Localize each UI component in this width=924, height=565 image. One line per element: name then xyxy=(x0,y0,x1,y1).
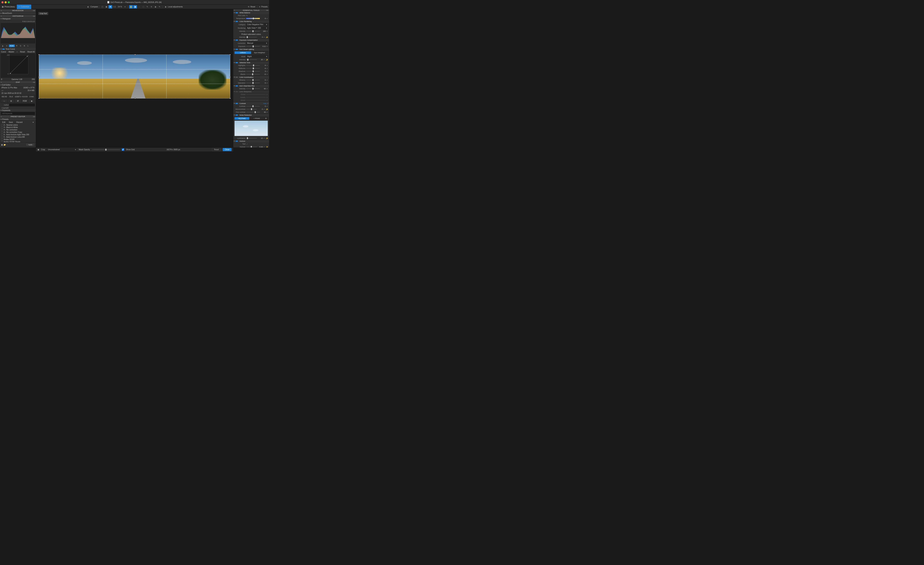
horizon-value[interactable]: -0.46 xyxy=(258,146,263,147)
perspective-tool-icon[interactable]: ⬚ xyxy=(141,5,145,9)
zoom-dropdown-icon[interactable]: ▾ xyxy=(123,5,127,9)
author-input[interactable] xyxy=(9,103,35,106)
category-select[interactable]: Color Negative Film▾ xyxy=(246,23,268,26)
stepper-icon[interactable]: ▴▾ xyxy=(267,106,268,106)
luminance-slider[interactable] xyxy=(246,138,257,138)
highlights-slider[interactable] xyxy=(246,65,260,66)
mode-select[interactable]: Slight▾ xyxy=(246,55,268,58)
wb-picker-icon[interactable]: ✎ xyxy=(146,5,149,9)
preset-save[interactable]: Save xyxy=(9,121,13,123)
temp-stepper[interactable]: ▴▾ xyxy=(267,18,268,19)
close-palette-icon[interactable]: × xyxy=(1,10,3,12)
crop-handle[interactable] xyxy=(135,54,136,55)
crop-handle[interactable] xyxy=(39,54,39,55)
local-adj-icon[interactable]: ◉ xyxy=(164,5,167,9)
clearview-intensity-value[interactable]: 50 xyxy=(261,88,266,90)
compare-icon[interactable]: ◐ xyxy=(86,5,90,9)
finecontrast-slider[interactable] xyxy=(246,112,260,112)
viewer[interactable]: Crop Tool xyxy=(36,9,233,147)
smart-intensity-value[interactable]: 25 xyxy=(258,59,263,61)
preset-item[interactable]: 2 - Neutral colors xyxy=(1,124,35,126)
stepper-icon[interactable]: ▴▾ xyxy=(267,82,268,83)
highlights-value[interactable]: 8 xyxy=(261,64,266,66)
close-palette-icon[interactable]: × xyxy=(1,81,3,83)
lens-header[interactable]: Lens Sharpness xyxy=(233,90,269,93)
preset-item[interactable]: 4 - No correction xyxy=(1,129,35,131)
preset-item[interactable]: Andau 5DSR Shade xyxy=(1,141,35,142)
selective-header[interactable]: Selective Tone xyxy=(233,61,269,64)
showgrid-checkbox[interactable] xyxy=(122,148,124,151)
palette-menu-icon[interactable]: ≡▾ xyxy=(33,81,35,83)
temp-value[interactable]: 0 xyxy=(261,18,266,19)
stepper-icon[interactable]: ▴▾ xyxy=(267,88,268,89)
blacks-slider[interactable] xyxy=(246,74,260,75)
wand-icon[interactable]: ✨ xyxy=(266,137,268,139)
crop-handle[interactable] xyxy=(39,76,39,78)
contrast-slider[interactable] xyxy=(246,106,260,106)
wand-icon[interactable]: ✨ xyxy=(266,59,268,61)
crop-tool-icon[interactable]: ▣ xyxy=(133,5,137,9)
keywords-input[interactable] xyxy=(1,112,35,115)
shadow-clip-icon[interactable]: ◗ xyxy=(1,44,4,48)
wand-icon[interactable]: ✨ xyxy=(266,108,268,110)
preset-edit[interactable]: Edit xyxy=(2,121,5,123)
noise-prime-button[interactable]: + PRIME xyxy=(249,117,264,120)
stepper-icon[interactable]: ▴▾ xyxy=(264,37,265,37)
stepper-icon[interactable]: ▴▾ xyxy=(267,79,268,80)
stepper-icon[interactable]: ▴▾ xyxy=(267,112,268,112)
spot-button[interactable]: Spot Weighted xyxy=(251,51,268,54)
tone-black-in[interactable]: 0 xyxy=(1,78,2,80)
preset-view-icon[interactable]: ▦ xyxy=(1,144,3,146)
crop-footer-icon[interactable]: ▣ xyxy=(38,148,39,151)
luminance-value[interactable]: 12 xyxy=(258,137,263,139)
gamma-value[interactable]: 1.00 xyxy=(19,78,22,80)
horizon-tool-icon[interactable]: ⟋ xyxy=(137,5,141,9)
crop-reset-button[interactable]: Reset xyxy=(212,148,221,151)
repair-tool-icon[interactable]: ✢ xyxy=(150,5,153,9)
tone-curve-chart[interactable]: 255 0 xyxy=(1,54,35,78)
palette-menu-icon[interactable]: ≡▾ xyxy=(33,15,35,17)
shadows-value[interactable]: 3 xyxy=(261,70,266,72)
histo-tab-b[interactable]: B xyxy=(23,45,26,47)
close-palette-icon[interactable]: × xyxy=(1,15,3,17)
highlight-clip-icon[interactable]: ☀ xyxy=(5,44,9,48)
histo-tab-rgb[interactable]: RGB xyxy=(9,45,15,47)
curve-resetall[interactable]: Reset All xyxy=(27,51,35,53)
blacks-value[interactable]: -5 xyxy=(261,73,266,75)
crop-handle[interactable] xyxy=(135,98,136,99)
microcontrast-value[interactable]: 0 xyxy=(258,108,263,110)
noise-header[interactable]: Noise Reduction xyxy=(233,114,269,116)
stepper-icon[interactable]: ▴▾ xyxy=(264,109,265,109)
intensity-value[interactable]: 100 xyxy=(261,30,266,32)
mask-opacity-slider[interactable] xyxy=(92,150,120,150)
preset-item[interactable]: 3 - Black & White xyxy=(1,126,35,129)
wb-header[interactable]: White Balance xyxy=(233,12,269,14)
crop-close-button[interactable]: Close xyxy=(223,148,231,151)
redeye-tool-icon[interactable]: ◉ xyxy=(154,5,157,9)
close-palette-icon[interactable]: × xyxy=(234,9,236,11)
histo-tab-l[interactable]: L xyxy=(26,45,30,47)
smart-intensity-slider[interactable] xyxy=(246,60,257,60)
image-canvas[interactable] xyxy=(36,53,233,100)
tonecurve-sub[interactable]: Tone Curve xyxy=(0,48,36,51)
temperature-slider[interactable] xyxy=(246,18,260,19)
protect-intensity-value[interactable]: 4 xyxy=(258,36,263,38)
intensity-stepper[interactable]: ▴▾ xyxy=(267,31,268,31)
shadows-slider[interactable] xyxy=(246,71,260,72)
crop-handle[interactable] xyxy=(230,54,231,55)
preset-item[interactable]: Andau 5DSR xyxy=(1,138,35,141)
preset-item[interactable]: 4 - No correction Copy xyxy=(1,131,35,133)
histogram-sub[interactable]: Histogram xyxy=(0,18,36,20)
accent-header[interactable]: Color Accentuation xyxy=(233,76,269,78)
stepper-icon[interactable]: ▴▾ xyxy=(267,65,268,66)
noise-hq-button[interactable]: HQ (Fast) xyxy=(234,117,249,120)
palette-menu-icon[interactable]: ≡▾ xyxy=(33,115,35,118)
hand-tool-icon[interactable]: ✋ xyxy=(129,5,133,9)
palette-menu-icon[interactable]: ≡▾ xyxy=(266,9,268,11)
keywords-sub[interactable]: Keywords xyxy=(0,109,36,112)
crop-ratio-select[interactable]: Unconstrained▾ xyxy=(47,148,77,151)
eyedropper-icon[interactable]: ✎ xyxy=(246,15,248,16)
colorrendering-header[interactable]: Color Rendering xyxy=(233,20,269,23)
contrast-auto[interactable]: Auto xyxy=(263,103,267,104)
tone-white-in[interactable]: 255 xyxy=(32,78,35,80)
